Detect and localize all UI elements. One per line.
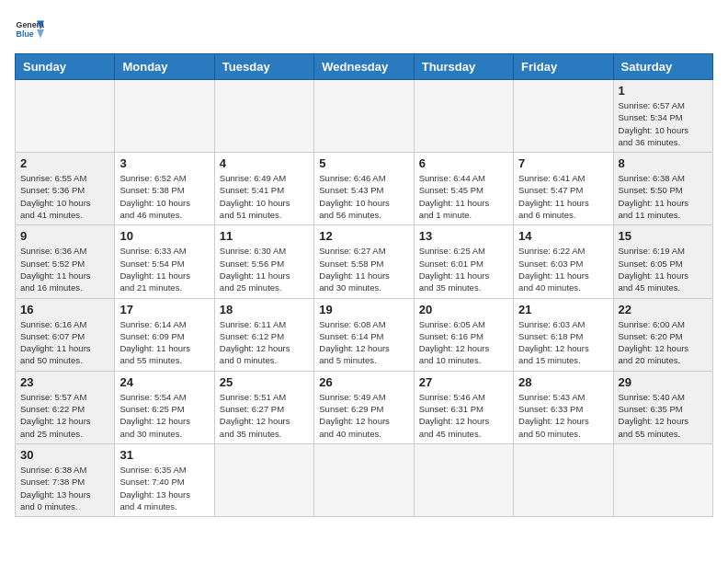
calendar-cell: 15Sunrise: 6:19 AM Sunset: 6:05 PM Dayli… <box>613 225 712 298</box>
calendar-week-1: 1Sunrise: 6:57 AM Sunset: 5:34 PM Daylig… <box>16 80 713 153</box>
day-number: 27 <box>419 375 508 389</box>
weekday-header-thursday: Thursday <box>414 54 513 80</box>
day-number: 5 <box>319 156 408 170</box>
calendar-cell <box>314 80 414 153</box>
calendar-cell: 9Sunrise: 6:36 AM Sunset: 5:52 PM Daylig… <box>16 225 115 298</box>
day-number: 13 <box>419 229 508 243</box>
day-number: 20 <box>419 303 508 316</box>
day-info: Sunrise: 6:22 AM Sunset: 6:03 PM Dayligh… <box>518 245 608 293</box>
day-info: Sunrise: 6:57 AM Sunset: 5:34 PM Dayligh… <box>619 99 708 148</box>
day-number: 1 <box>619 84 708 98</box>
day-number: 24 <box>119 375 209 389</box>
weekday-header-monday: Monday <box>115 54 214 80</box>
calendar-week-6: 30Sunrise: 6:38 AM Sunset: 7:38 PM Dayli… <box>16 443 713 516</box>
calendar-cell <box>16 80 115 153</box>
day-number: 19 <box>319 303 408 316</box>
calendar-cell: 30Sunrise: 6:38 AM Sunset: 7:38 PM Dayli… <box>16 443 115 516</box>
day-info: Sunrise: 6:11 AM Sunset: 6:12 PM Dayligh… <box>220 318 309 367</box>
day-info: Sunrise: 6:49 AM Sunset: 5:41 PM Dayligh… <box>220 172 309 221</box>
calendar-cell <box>414 80 513 153</box>
calendar-cell: 24Sunrise: 5:54 AM Sunset: 6:25 PM Dayli… <box>115 371 214 443</box>
day-info: Sunrise: 6:30 AM Sunset: 5:56 PM Dayligh… <box>220 245 309 293</box>
calendar-cell <box>115 80 214 153</box>
calendar-cell: 27Sunrise: 5:46 AM Sunset: 6:31 PM Dayli… <box>414 371 513 443</box>
day-number: 21 <box>518 303 608 316</box>
day-info: Sunrise: 5:43 AM Sunset: 6:33 PM Dayligh… <box>518 391 608 440</box>
calendar-cell: 13Sunrise: 6:25 AM Sunset: 6:01 PM Dayli… <box>414 225 513 298</box>
day-info: Sunrise: 5:46 AM Sunset: 6:31 PM Dayligh… <box>419 391 508 440</box>
calendar-cell: 20Sunrise: 6:05 AM Sunset: 6:16 PM Dayli… <box>414 298 513 371</box>
day-number: 26 <box>319 375 408 389</box>
calendar-cell: 28Sunrise: 5:43 AM Sunset: 6:33 PM Dayli… <box>514 371 613 443</box>
calendar-cell <box>514 443 613 516</box>
day-info: Sunrise: 6:44 AM Sunset: 5:45 PM Dayligh… <box>419 172 508 221</box>
calendar-cell: 4Sunrise: 6:49 AM Sunset: 5:41 PM Daylig… <box>214 153 313 225</box>
day-number: 23 <box>20 375 109 389</box>
weekday-header-tuesday: Tuesday <box>214 54 313 80</box>
svg-text:Blue: Blue <box>17 29 34 39</box>
weekday-header-wednesday: Wednesday <box>314 54 414 80</box>
calendar-week-2: 2Sunrise: 6:55 AM Sunset: 5:36 PM Daylig… <box>16 153 713 225</box>
day-number: 25 <box>220 375 309 389</box>
day-number: 10 <box>119 229 209 243</box>
day-number: 15 <box>619 229 708 243</box>
day-info: Sunrise: 6:08 AM Sunset: 6:14 PM Dayligh… <box>319 318 408 367</box>
day-info: Sunrise: 5:40 AM Sunset: 6:35 PM Dayligh… <box>619 391 708 440</box>
calendar-cell: 23Sunrise: 5:57 AM Sunset: 6:22 PM Dayli… <box>16 371 115 443</box>
calendar-cell <box>414 443 513 516</box>
calendar-cell <box>613 443 712 516</box>
day-info: Sunrise: 6:38 AM Sunset: 5:50 PM Dayligh… <box>619 172 708 221</box>
weekday-header-friday: Friday <box>514 54 613 80</box>
calendar-cell: 7Sunrise: 6:41 AM Sunset: 5:47 PM Daylig… <box>514 153 613 225</box>
calendar-cell: 14Sunrise: 6:22 AM Sunset: 6:03 PM Dayli… <box>514 225 613 298</box>
calendar-cell: 31Sunrise: 6:35 AM Sunset: 7:40 PM Dayli… <box>115 443 214 516</box>
day-info: Sunrise: 6:14 AM Sunset: 6:09 PM Dayligh… <box>119 318 209 367</box>
day-info: Sunrise: 6:55 AM Sunset: 5:36 PM Dayligh… <box>20 172 109 221</box>
day-number: 8 <box>619 156 708 170</box>
calendar-cell: 5Sunrise: 6:46 AM Sunset: 5:43 PM Daylig… <box>314 153 414 225</box>
day-info: Sunrise: 6:05 AM Sunset: 6:16 PM Dayligh… <box>419 318 508 367</box>
day-number: 16 <box>20 303 109 316</box>
calendar: SundayMondayTuesdayWednesdayThursdayFrid… <box>15 53 713 517</box>
calendar-week-5: 23Sunrise: 5:57 AM Sunset: 6:22 PM Dayli… <box>16 371 713 443</box>
svg-marker-3 <box>37 29 44 39</box>
day-number: 11 <box>220 229 309 243</box>
calendar-cell: 11Sunrise: 6:30 AM Sunset: 5:56 PM Dayli… <box>214 225 313 298</box>
day-info: Sunrise: 5:51 AM Sunset: 6:27 PM Dayligh… <box>220 391 309 440</box>
calendar-cell: 21Sunrise: 6:03 AM Sunset: 6:18 PM Dayli… <box>514 298 613 371</box>
day-info: Sunrise: 6:36 AM Sunset: 5:52 PM Dayligh… <box>20 245 109 293</box>
calendar-cell: 19Sunrise: 6:08 AM Sunset: 6:14 PM Dayli… <box>314 298 414 371</box>
calendar-week-3: 9Sunrise: 6:36 AM Sunset: 5:52 PM Daylig… <box>16 225 713 298</box>
logo: General Blue <box>15 15 48 44</box>
calendar-cell: 12Sunrise: 6:27 AM Sunset: 5:58 PM Dayli… <box>314 225 414 298</box>
day-number: 31 <box>119 448 209 462</box>
day-number: 3 <box>119 156 209 170</box>
day-info: Sunrise: 6:03 AM Sunset: 6:18 PM Dayligh… <box>518 318 608 367</box>
calendar-cell: 22Sunrise: 6:00 AM Sunset: 6:20 PM Dayli… <box>613 298 712 371</box>
day-info: Sunrise: 6:33 AM Sunset: 5:54 PM Dayligh… <box>119 245 209 293</box>
day-number: 7 <box>518 156 608 170</box>
calendar-cell: 17Sunrise: 6:14 AM Sunset: 6:09 PM Dayli… <box>115 298 214 371</box>
day-number: 14 <box>518 229 608 243</box>
day-info: Sunrise: 6:41 AM Sunset: 5:47 PM Dayligh… <box>518 172 608 221</box>
calendar-cell <box>214 443 313 516</box>
day-info: Sunrise: 6:25 AM Sunset: 6:01 PM Dayligh… <box>419 245 508 293</box>
calendar-cell: 3Sunrise: 6:52 AM Sunset: 5:38 PM Daylig… <box>115 153 214 225</box>
day-number: 6 <box>419 156 508 170</box>
calendar-cell: 25Sunrise: 5:51 AM Sunset: 6:27 PM Dayli… <box>214 371 313 443</box>
day-info: Sunrise: 6:00 AM Sunset: 6:20 PM Dayligh… <box>619 318 708 367</box>
calendar-cell: 8Sunrise: 6:38 AM Sunset: 5:50 PM Daylig… <box>613 153 712 225</box>
day-info: Sunrise: 5:57 AM Sunset: 6:22 PM Dayligh… <box>20 391 109 440</box>
day-info: Sunrise: 6:35 AM Sunset: 7:40 PM Dayligh… <box>119 464 209 512</box>
day-number: 17 <box>119 303 209 316</box>
day-number: 2 <box>20 156 109 170</box>
calendar-cell <box>314 443 414 516</box>
day-number: 28 <box>518 375 608 389</box>
weekday-header-saturday: Saturday <box>613 54 712 80</box>
day-info: Sunrise: 6:46 AM Sunset: 5:43 PM Dayligh… <box>319 172 408 221</box>
day-info: Sunrise: 5:54 AM Sunset: 6:25 PM Dayligh… <box>119 391 209 440</box>
calendar-cell: 10Sunrise: 6:33 AM Sunset: 5:54 PM Dayli… <box>115 225 214 298</box>
calendar-cell <box>214 80 313 153</box>
calendar-cell: 16Sunrise: 6:16 AM Sunset: 6:07 PM Dayli… <box>16 298 115 371</box>
day-number: 12 <box>319 229 408 243</box>
